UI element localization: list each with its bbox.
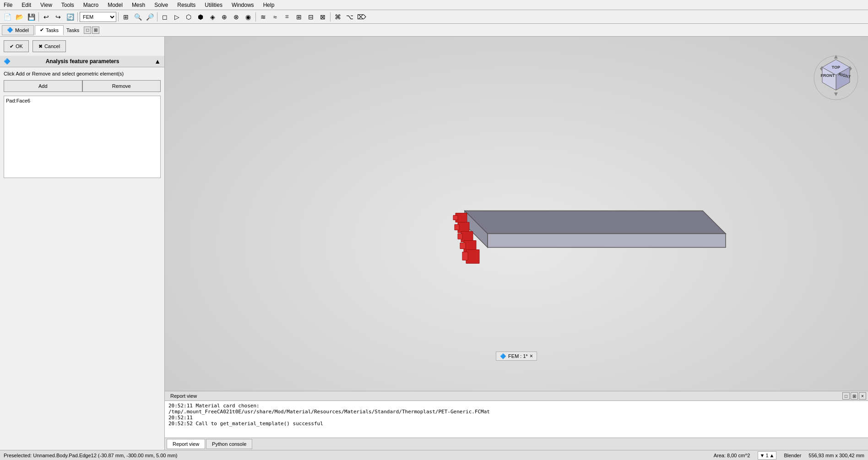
ok-icon: ✔ <box>10 43 14 49</box>
tool-16[interactable]: ⌦ <box>356 11 367 22</box>
report-view-header: Report view <box>167 393 201 399</box>
fem-tab[interactable]: 🔷 FEM : 1* × <box>496 352 537 361</box>
renderer-status: Blender <box>784 453 801 458</box>
svg-text:FRONT: FRONT <box>821 73 835 78</box>
tool-2[interactable]: ⬡ <box>183 11 194 22</box>
tool-6[interactable]: ⊗ <box>231 11 242 22</box>
menu-results[interactable]: Results <box>175 1 197 9</box>
menu-utilities[interactable]: Utilities <box>203 1 224 9</box>
float-report-button[interactable]: ⊞ <box>851 392 858 400</box>
zoom-control[interactable]: ▼ 1 ▲ <box>758 451 777 460</box>
model-tab[interactable]: 🔷 Model <box>2 25 34 35</box>
tool-8[interactable]: ≋ <box>258 11 269 22</box>
menu-model[interactable]: Model <box>106 1 125 9</box>
undo-button[interactable]: ↩ <box>41 11 52 22</box>
fem-tab-icon: 🔷 <box>500 353 506 359</box>
ok-button[interactable]: ✔ OK <box>4 40 29 52</box>
svg-marker-8 <box>850 66 852 71</box>
report-content: 20:52:11 Material card chosen: /tmp/.mou… <box>165 401 868 438</box>
close-report-button[interactable]: × <box>859 392 866 400</box>
zoom-up-button[interactable]: ▲ <box>770 453 775 458</box>
tool-10[interactable]: ⌗ <box>282 11 293 22</box>
tasks-tab[interactable]: ✔ Tasks <box>35 25 64 35</box>
panel-close-button[interactable]: ▲ <box>154 58 161 65</box>
add-remove-buttons: Add Remove <box>4 80 161 92</box>
menu-file[interactable]: File <box>2 1 14 9</box>
expand-button[interactable]: □ <box>84 27 91 34</box>
menu-tools[interactable]: Tools <box>60 1 76 9</box>
tool-14[interactable]: ⌘ <box>332 11 343 22</box>
panel-title: Analysis feature parameters <box>46 58 119 65</box>
zoom-fit-button[interactable]: ⊞ <box>120 11 131 22</box>
area-status: Area: 8,00 cm^2 <box>714 453 750 458</box>
tool-15[interactable]: ⌥ <box>344 11 355 22</box>
panel-header: 🔷 Analysis feature parameters ▲ <box>0 56 164 67</box>
ok-cancel-bar: ✔ OK ✖ Cancel <box>0 37 164 56</box>
report-view-tab[interactable]: Report view <box>167 439 205 449</box>
zoom-down-button[interactable]: ▼ <box>760 453 765 458</box>
tool-9[interactable]: ≈ <box>270 11 281 22</box>
panel-content: Click Add or Remove and select geometric… <box>0 67 164 450</box>
ok-label: OK <box>16 43 23 49</box>
dimensions-status: 556,93 mm x 300,42 mm <box>808 453 864 458</box>
tool-13[interactable]: ⊠ <box>317 11 328 22</box>
menu-edit[interactable]: Edit <box>20 1 33 9</box>
save-button[interactable]: 💾 <box>26 11 37 22</box>
panel-instruction: Click Add or Remove and select geometric… <box>4 71 161 76</box>
tab-toolbar: 🔷 Model ✔ Tasks Tasks □ ⊞ <box>0 24 868 37</box>
report-line-3: 20:52:11 <box>168 415 864 421</box>
model-tab-icon: 🔷 <box>7 27 13 33</box>
menu-windows[interactable]: Windows <box>230 1 256 9</box>
model-tab-label: Model <box>15 27 29 33</box>
python-console-tab[interactable]: Python console <box>206 439 252 449</box>
cancel-label: Cancel <box>44 43 60 49</box>
maximize-report-button[interactable]: □ <box>842 392 850 400</box>
model-svg <box>391 174 712 311</box>
svg-marker-7 <box>834 55 838 59</box>
new-button[interactable]: 📄 <box>2 11 13 22</box>
menu-macro[interactable]: Macro <box>81 1 100 9</box>
zoom-in-button[interactable]: 🔍 <box>132 11 143 22</box>
menu-solve[interactable]: Solve <box>152 1 170 9</box>
statusbar: Preselected: Unnamed.Body.Pad.Edge12 (-3… <box>0 450 868 460</box>
tool-5[interactable]: ⊕ <box>219 11 230 22</box>
tool-1[interactable]: ▷ <box>171 11 182 22</box>
add-element-button[interactable]: Add <box>4 80 82 92</box>
tool-11[interactable]: ⊞ <box>293 11 304 22</box>
fem-tab-close[interactable]: × <box>530 353 533 359</box>
report-line-4: 20:52:52 Call to get_material_template()… <box>168 421 864 427</box>
detach-button[interactable]: ⊞ <box>92 27 99 34</box>
refresh-button[interactable]: 🔄 <box>65 11 76 22</box>
bottom-tab-bar: Report view □ ⊞ × <box>165 391 868 401</box>
nav-cube[interactable]: TOP RiGhT FRONT <box>813 46 859 92</box>
tool-7[interactable]: ◉ <box>243 11 254 22</box>
fem-tab-label: FEM : 1* <box>508 353 528 359</box>
elements-list[interactable]: Pad:Face6 <box>4 96 161 178</box>
nav-cube-svg: TOP RiGhT FRONT <box>813 46 859 110</box>
viewport[interactable]: TOP RiGhT FRONT X Z Y <box>165 37 868 450</box>
cancel-button[interactable]: ✖ Cancel <box>33 40 66 52</box>
select-button[interactable]: ◻ <box>159 11 170 22</box>
tool-12[interactable]: ⊟ <box>305 11 316 22</box>
svg-marker-26 <box>458 233 462 239</box>
redo-button[interactable]: ↪ <box>53 11 64 22</box>
workbench-selector[interactable]: FEM <box>80 12 116 22</box>
svg-marker-10 <box>834 92 838 96</box>
remove-element-button[interactable]: Remove <box>82 80 161 92</box>
panel-expand-controls: □ ⊞ <box>84 27 99 34</box>
tool-3[interactable]: ⬢ <box>195 11 206 22</box>
bottom-panel: Report view □ ⊞ × 20:52:11 Material card… <box>165 391 868 450</box>
menu-help[interactable]: Help <box>261 1 277 9</box>
menu-view[interactable]: View <box>38 1 54 9</box>
menu-mesh[interactable]: Mesh <box>130 1 147 9</box>
tasks-tab-icon: ✔ <box>40 27 44 33</box>
svg-marker-17 <box>465 211 726 233</box>
bottom-panel-actions: □ ⊞ × <box>842 392 866 400</box>
panel-header-icon: 🔷 <box>4 58 11 65</box>
fem-tab-bar: 🔷 FEM : 1* × <box>496 352 537 361</box>
svg-marker-21 <box>453 215 458 220</box>
open-button[interactable]: 📂 <box>14 11 25 22</box>
zoom-out-button[interactable]: 🔎 <box>144 11 155 22</box>
tool-4[interactable]: ◈ <box>207 11 218 22</box>
bottom-footer-tabs: Report view Python console <box>165 438 868 450</box>
